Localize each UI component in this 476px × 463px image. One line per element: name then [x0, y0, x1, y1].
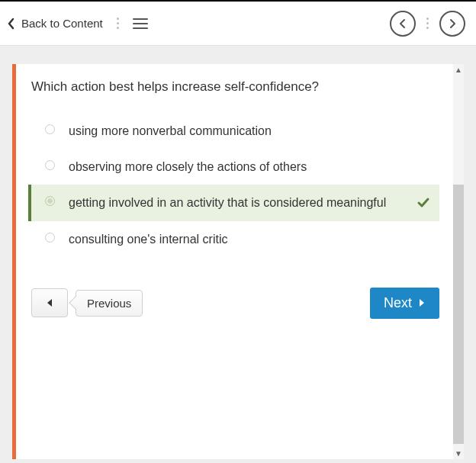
more-options-icon[interactable]	[426, 18, 429, 29]
next-button[interactable]: Next	[370, 288, 439, 319]
radio-icon	[45, 233, 55, 243]
back-to-content-button[interactable]: Back to Content	[8, 17, 103, 30]
nav-row: Previous Next	[31, 288, 455, 319]
more-options-icon[interactable]	[117, 18, 119, 29]
previous-button[interactable]	[31, 288, 68, 317]
top-toolbar: Back to Content	[0, 2, 476, 46]
radio-icon	[45, 196, 55, 206]
next-label: Next	[384, 295, 412, 311]
triangle-right-icon	[418, 298, 426, 307]
question-text: Which action best helps increase self-co…	[31, 79, 455, 95]
check-icon	[416, 196, 430, 210]
menu-icon[interactable]	[133, 18, 148, 29]
chevron-left-icon	[8, 18, 15, 30]
nav-prev-circle-button[interactable]	[390, 11, 416, 37]
option-text: using more nonverbal communication	[69, 122, 430, 140]
radio-icon	[45, 160, 55, 170]
content-area: ▲ ▼ Which action best helps increase sel…	[0, 46, 476, 463]
back-label: Back to Content	[21, 17, 103, 30]
option-text: observing more closely the actions of ot…	[69, 158, 430, 175]
scroll-up-icon[interactable]: ▲	[455, 66, 462, 74]
radio-icon	[45, 124, 55, 134]
scroll-down-icon[interactable]: ▼	[455, 449, 462, 458]
answer-option[interactable]: observing more closely the actions of ot…	[31, 149, 439, 185]
previous-label: Previous	[87, 297, 131, 310]
option-text: getting involved in an activity that is …	[69, 194, 416, 211]
previous-label-tooltip: Previous	[76, 290, 143, 317]
answer-option[interactable]: consulting one's internal critic	[31, 221, 439, 257]
option-text: consulting one's internal critic	[69, 230, 430, 248]
options-list: using more nonverbal communication obser…	[31, 113, 455, 257]
chevron-right-icon	[449, 18, 456, 29]
scrollbar-thumb[interactable]	[453, 185, 464, 444]
triangle-left-icon	[46, 298, 53, 307]
previous-group: Previous	[31, 288, 143, 317]
chevron-left-icon	[399, 18, 407, 29]
answer-option-correct[interactable]: getting involved in an activity that is …	[28, 185, 439, 220]
nav-next-circle-button[interactable]	[439, 11, 465, 37]
answer-option[interactable]: using more nonverbal communication	[31, 113, 439, 149]
question-panel: ▲ ▼ Which action best helps increase sel…	[12, 64, 464, 459]
